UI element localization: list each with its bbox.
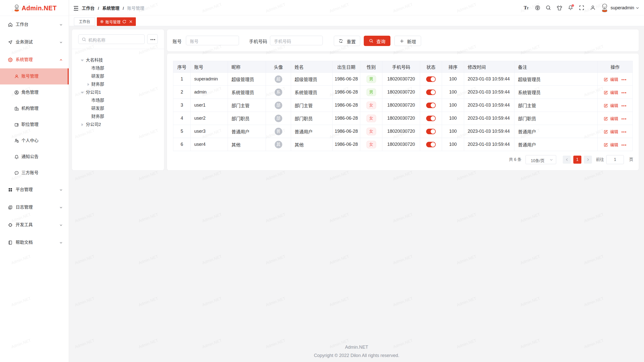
svg-text:T: T bbox=[527, 7, 529, 10]
